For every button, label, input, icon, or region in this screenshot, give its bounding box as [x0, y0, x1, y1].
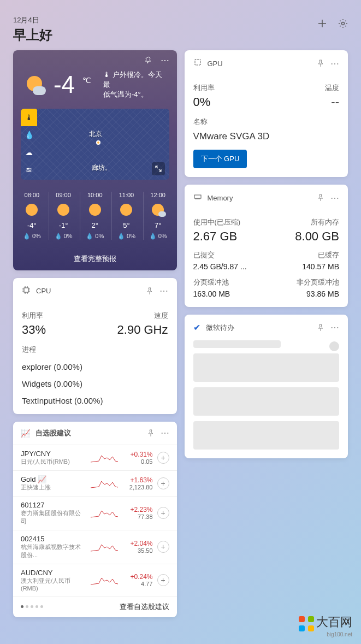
- cpu-title: CPU: [36, 287, 140, 295]
- city-label-2: 廊坊。: [92, 163, 111, 173]
- svg-rect-3: [194, 195, 201, 198]
- gpu-icon: [193, 58, 202, 69]
- stocks-link[interactable]: 查看自选股建议: [120, 602, 169, 612]
- gpu-temp-value: --: [325, 95, 339, 109]
- process-item: TextInputHost (0.00%): [22, 396, 168, 405]
- hour-forecast: 08:00-4°💧 0%: [17, 192, 46, 240]
- more-icon[interactable]: ⋯: [330, 323, 339, 332]
- cpu-util-value: 33%: [22, 323, 46, 337]
- todo-card: ✔ 微软待办 ⋯: [185, 315, 348, 458]
- stock-row[interactable]: AUD/CNY澳大利亚元/人民币(RMB)+0.24%4.77+: [13, 564, 177, 596]
- todo-skeleton: [185, 340, 348, 458]
- gpu-title: GPU: [208, 60, 311, 68]
- cpu-util-label: 利用率: [22, 311, 46, 321]
- stock-row[interactable]: JPY/CNY日元/人民币(RMB)+0.31%0.05+: [13, 445, 177, 470]
- hourly-forecast: 08:00-4°💧 0%09:00-1°💧 0%10:002°💧 0%11:00…: [13, 184, 177, 247]
- mem-paged-label: 分页缓冲池: [193, 277, 230, 287]
- settings-button[interactable]: [338, 19, 348, 28]
- cpu-speed-label: 速度: [117, 311, 168, 321]
- add-stock-button[interactable]: +: [157, 574, 169, 586]
- weather-icon: [24, 73, 46, 96]
- stock-row[interactable]: Gold 📈正快速上涨+1.63%2,123.80+: [13, 470, 177, 496]
- process-item: Widgets (0.00%): [22, 379, 168, 388]
- pin-icon[interactable]: [316, 59, 325, 68]
- pin-icon[interactable]: [146, 429, 155, 438]
- add-stock-button[interactable]: +: [157, 507, 169, 519]
- sparkline: [91, 477, 118, 490]
- mem-cached-label: 已缓存: [302, 250, 339, 260]
- stocks-card: 📈 自选股建议 ⋯ JPY/CNY日元/人民币(RMB)+0.31%0.05+G…: [13, 422, 177, 617]
- sparkline: [91, 506, 118, 519]
- mem-total-value: 8.00 GB: [295, 229, 339, 244]
- gpu-util-label: 利用率: [193, 83, 215, 93]
- hour-forecast: 12:007°💧 0%: [143, 192, 173, 240]
- weather-map[interactable]: 🌡💧☁≋ 北京 廊坊。: [21, 109, 169, 180]
- hour-forecast: 10:002°💧 0%: [80, 192, 109, 240]
- mem-commit-label: 已提交: [193, 250, 247, 260]
- mem-used-value: 2.67 GB: [193, 229, 241, 244]
- process-item: explorer (0.00%): [22, 362, 168, 371]
- more-icon[interactable]: ⋯: [161, 429, 169, 438]
- stocks-icon: 📈: [21, 429, 30, 438]
- sparkline: [91, 574, 118, 587]
- gpu-util-value: 0%: [193, 95, 215, 109]
- svg-rect-1: [24, 288, 28, 292]
- stocks-title: 自选股建议: [35, 428, 141, 438]
- add-widget-button[interactable]: [317, 19, 327, 28]
- hour-forecast: 11:005°💧 0%: [111, 192, 141, 240]
- mem-commit-value: 2.45 GB/9.87 ...: [193, 262, 247, 271]
- svg-rect-2: [195, 60, 200, 65]
- stock-row[interactable]: 601127赛力斯集团股份有限公司+2.23%77.38+: [13, 496, 177, 530]
- hour-forecast: 09:00-1°💧 0%: [49, 192, 78, 240]
- expand-icon[interactable]: [152, 162, 165, 175]
- more-icon[interactable]: ⋯: [159, 287, 168, 296]
- mem-nonpaged-label: 非分页缓冲池: [297, 277, 339, 287]
- stock-row[interactable]: 002415杭州海康威视数字技术股份...+2.04%35.50+: [13, 530, 177, 564]
- full-forecast-link[interactable]: 查看完整预报: [13, 247, 177, 270]
- mem-paged-value: 163.00 MB: [193, 289, 230, 298]
- mem-used-label: 使用中(已压缩): [193, 217, 241, 227]
- memory-icon: [193, 192, 202, 203]
- svg-point-0: [342, 22, 345, 25]
- gpu-temp-label: 温度: [325, 83, 339, 93]
- greeting-label: 早上好: [13, 26, 348, 44]
- sparkline: [91, 451, 118, 464]
- weather-card: ⋯ -4 ℃ 🌡 户外很冷。今天最 低气温为-4°。 🌡💧☁≋ 北京 廊坊。 0…: [13, 50, 177, 270]
- more-icon[interactable]: ⋯: [161, 56, 169, 64]
- more-icon[interactable]: ⋯: [330, 193, 339, 202]
- city-marker: [96, 140, 100, 145]
- mem-nonpaged-value: 93.86 MB: [297, 289, 339, 298]
- map-layer-tabs[interactable]: 🌡💧☁≋: [21, 109, 37, 179]
- pin-icon[interactable]: [144, 56, 153, 64]
- watermark: 大百网 big100.net: [299, 614, 352, 637]
- next-gpu-button[interactable]: 下一个 GPU: [193, 150, 247, 168]
- add-stock-button[interactable]: +: [157, 477, 169, 489]
- todo-title: 微软待办: [206, 323, 311, 333]
- more-icon[interactable]: ⋯: [330, 59, 339, 68]
- temp-unit: ℃: [82, 76, 91, 85]
- add-stock-button[interactable]: +: [157, 541, 169, 553]
- page-dots[interactable]: [21, 605, 120, 608]
- gpu-card: GPU ⋯ 利用率0% 温度-- 名称 VMware SVGA 3D 下一个 G…: [185, 50, 348, 177]
- gpu-name-value: VMware SVGA 3D: [193, 131, 340, 142]
- cpu-proc-label: 进程: [22, 345, 168, 355]
- memory-title: Memory: [208, 194, 311, 202]
- memory-card: Memory ⋯ 使用中(已压缩)2.67 GB 所有内存8.00 GB 已提交…: [185, 185, 348, 307]
- pin-icon[interactable]: [316, 193, 325, 202]
- todo-icon: ✔: [193, 322, 200, 333]
- date-label: 12月4日: [13, 15, 348, 25]
- sparkline: [91, 540, 118, 553]
- gpu-name-label: 名称: [193, 117, 340, 127]
- mem-total-label: 所有内存: [295, 217, 339, 227]
- cpu-icon: [22, 286, 31, 297]
- pin-icon[interactable]: [145, 287, 154, 296]
- add-stock-button[interactable]: +: [157, 452, 169, 464]
- city-label: 北京: [89, 129, 102, 139]
- mem-cached-value: 140.57 MB: [302, 262, 339, 271]
- pin-icon[interactable]: [316, 323, 325, 332]
- cpu-card: CPU ⋯ 利用率33% 速度2.90 GHz 进程 explorer (0.0…: [13, 278, 177, 414]
- cpu-speed-value: 2.90 GHz: [117, 323, 168, 337]
- current-temp: -4: [54, 71, 75, 98]
- weather-description: 🌡 户外很冷。今天最 低气温为-4°。: [103, 70, 166, 100]
